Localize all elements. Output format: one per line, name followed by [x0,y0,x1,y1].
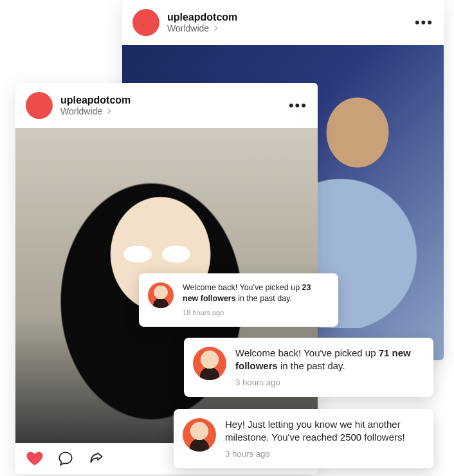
comment-icon [57,450,74,467]
post-header: upleapdotcom Worldwide ••• [15,83,318,128]
notification-text-prefix: Welcome back! You've picked up [235,347,379,358]
notification-text-prefix: Welcome back! You've picked up [183,283,302,292]
notification-timestamp: 18 hours ago [183,308,327,318]
notification-text-suffix: in the past day. [278,360,345,371]
more-options-button[interactable]: ••• [289,98,307,113]
notification-text: Hey! Just letting you know we hit anothe… [225,419,405,443]
notification-body: Welcome back! You've picked up 23 new fo… [183,282,327,318]
share-button[interactable] [87,450,105,468]
notification-body: Hey! Just letting you know we hit anothe… [225,418,422,459]
post-header: upleapdotcom Worldwide ••• [122,0,444,45]
profile-avatar[interactable] [132,9,159,36]
notification-timestamp: 3 hours ago [225,448,422,460]
post-location[interactable]: Worldwide [60,106,289,116]
notification-card[interactable]: Welcome back! You've picked up 23 new fo… [139,273,338,327]
username[interactable]: upleapdotcom [167,12,415,23]
notification-timestamp: 3 hours ago [235,377,422,389]
notification-card[interactable]: Hey! Just letting you know we hit anothe… [174,409,433,468]
heart-icon [26,450,44,468]
profile-avatar[interactable] [26,92,53,119]
chevron-right-icon [105,109,111,114]
post-location[interactable]: Worldwide [167,23,415,33]
share-icon [88,450,105,467]
notification-text-suffix: in the past day. [236,294,292,303]
notification-body: Welcome back! You've picked up 71 new fo… [235,347,422,388]
post-header-text: upleapdotcom Worldwide [167,12,415,33]
like-button[interactable] [26,450,44,468]
comment-button[interactable] [57,450,75,468]
notification-avatar [193,347,226,380]
location-label: Worldwide [167,23,209,33]
notification-card[interactable]: Welcome back! You've picked up 71 new fo… [184,338,433,397]
location-label: Worldwide [60,106,102,116]
more-options-button[interactable]: ••• [415,15,433,30]
post-header-text: upleapdotcom Worldwide [60,95,289,116]
chevron-right-icon [212,26,217,31]
notification-avatar [183,418,216,452]
notification-avatar [148,282,174,308]
username[interactable]: upleapdotcom [60,95,289,106]
